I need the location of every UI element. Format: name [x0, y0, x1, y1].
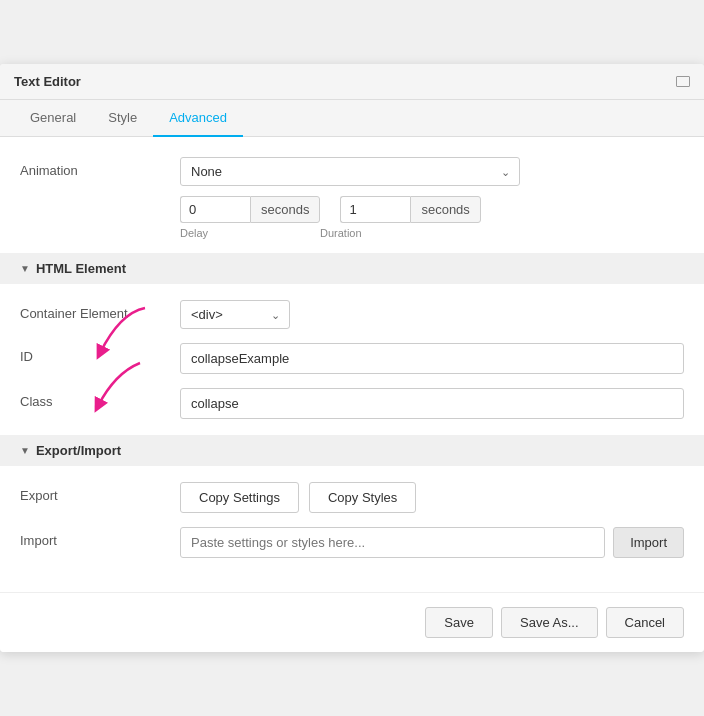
copy-settings-button[interactable]: Copy Settings	[180, 482, 299, 513]
import-input-row: Import	[180, 527, 684, 558]
container-element-row: Container Element <div> <section> <artic…	[20, 300, 684, 329]
id-row: ID	[20, 343, 684, 374]
export-import-section-label: Export/Import	[36, 443, 121, 458]
export-import-chevron-icon: ▼	[20, 445, 30, 456]
delay-group: seconds	[180, 196, 320, 223]
tab-advanced[interactable]: Advanced	[153, 100, 243, 137]
container-controls: <div> <section> <article> <span> ⌄	[180, 300, 684, 329]
tab-style[interactable]: Style	[92, 100, 153, 137]
animation-controls: None Fade Slide Bounce ⌄ seconds seconds	[180, 157, 684, 239]
duration-input[interactable]	[340, 196, 410, 223]
html-element-divider: ▼ HTML Element	[0, 253, 704, 284]
animation-row: Animation None Fade Slide Bounce ⌄ secon…	[20, 157, 684, 239]
duration-label: Duration	[320, 227, 440, 239]
html-element-chevron-icon: ▼	[20, 263, 30, 274]
copy-styles-button[interactable]: Copy Styles	[309, 482, 416, 513]
window: Text Editor General Style Advanced Anima…	[0, 64, 704, 652]
footer: Save Save As... Cancel	[0, 592, 704, 652]
save-as-button[interactable]: Save As...	[501, 607, 598, 638]
tab-general[interactable]: General	[14, 100, 92, 137]
import-controls: Import	[180, 527, 684, 558]
duration-group: seconds	[340, 196, 480, 223]
export-button-group: Copy Settings Copy Styles	[180, 482, 684, 513]
export-controls: Copy Settings Copy Styles	[180, 482, 684, 513]
import-input[interactable]	[180, 527, 605, 558]
time-row: seconds seconds	[180, 196, 684, 223]
class-row: Class	[20, 388, 684, 419]
export-import-divider: ▼ Export/Import	[0, 435, 704, 466]
id-label: ID	[20, 343, 180, 364]
container-element-label: Container Element	[20, 300, 180, 321]
container-select-wrapper: <div> <section> <article> <span> ⌄	[180, 300, 290, 329]
save-button[interactable]: Save	[425, 607, 493, 638]
animation-label: Animation	[20, 157, 180, 178]
titlebar: Text Editor	[0, 64, 704, 100]
class-controls	[180, 388, 684, 419]
time-labels: Delay Duration	[180, 227, 684, 239]
class-input[interactable]	[180, 388, 684, 419]
id-controls	[180, 343, 684, 374]
id-input[interactable]	[180, 343, 684, 374]
cancel-button[interactable]: Cancel	[606, 607, 684, 638]
delay-unit: seconds	[250, 196, 320, 223]
import-button[interactable]: Import	[613, 527, 684, 558]
duration-unit: seconds	[410, 196, 480, 223]
window-title: Text Editor	[14, 74, 81, 89]
import-label: Import	[20, 527, 180, 548]
class-label: Class	[20, 388, 180, 409]
export-row: Export Copy Settings Copy Styles	[20, 482, 684, 513]
delay-label: Delay	[180, 227, 300, 239]
delay-input[interactable]	[180, 196, 250, 223]
content-area: Animation None Fade Slide Bounce ⌄ secon…	[0, 137, 704, 592]
animation-select[interactable]: None Fade Slide Bounce	[180, 157, 520, 186]
import-row: Import Import	[20, 527, 684, 558]
html-element-section-label: HTML Element	[36, 261, 126, 276]
container-select[interactable]: <div> <section> <article> <span>	[180, 300, 290, 329]
tabs-bar: General Style Advanced	[0, 100, 704, 137]
animation-select-wrapper: None Fade Slide Bounce ⌄	[180, 157, 520, 186]
window-icon[interactable]	[676, 76, 690, 87]
export-label: Export	[20, 482, 180, 503]
